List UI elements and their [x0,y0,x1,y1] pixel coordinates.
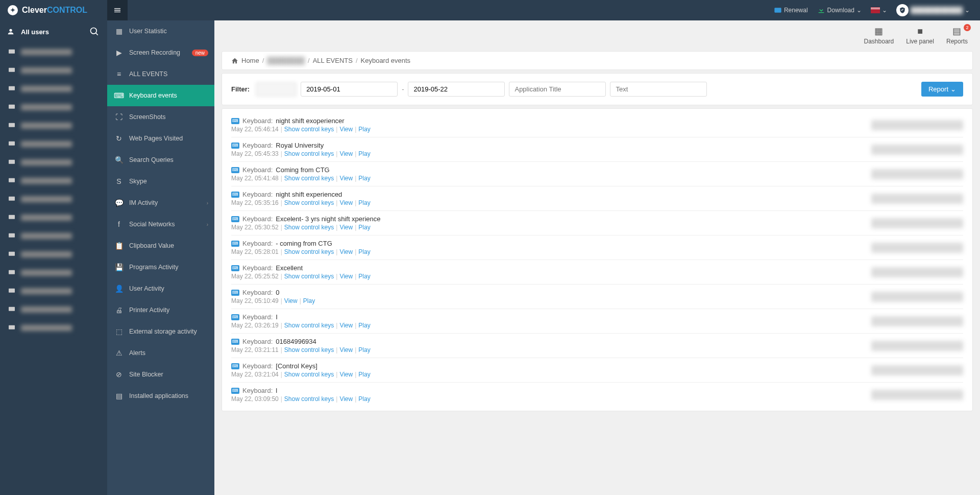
sidebar-user-item[interactable] [0,43,107,61]
keyboard-icon: ⌨ [231,314,239,320]
event-link-view[interactable]: View [339,175,353,182]
event-link-play[interactable]: Play [358,126,370,133]
sidebar-item-social-networks[interactable]: fSocial Networks› [107,214,214,235]
sidebar-item-programs-activity[interactable]: 💾Programs Activity [107,256,214,278]
event-link-view[interactable]: View [339,199,353,206]
sidebar-user-item[interactable] [0,245,107,264]
filter-user-select[interactable] [256,82,297,97]
event-link-play[interactable]: Play [358,273,370,280]
menu-toggle-button[interactable] [107,0,128,20]
event-link-view[interactable]: View [339,395,353,403]
event-link-play[interactable]: Play [358,371,370,378]
event-link-show-control-keys[interactable]: Show control keys [284,175,334,182]
dashboard-icon: ▦ [864,26,894,37]
sidebar-user-item[interactable] [0,319,107,337]
sidebar-user-item[interactable] [0,116,107,135]
sidebar-user-item[interactable] [0,282,107,300]
event-link-show-control-keys[interactable]: Show control keys [284,273,334,280]
breadcrumb-home[interactable]: Home [241,57,259,64]
event-link-show-control-keys[interactable]: Show control keys [284,224,334,231]
event-link-play[interactable]: Play [358,346,370,353]
sidebar-item-label: IM Activity [129,199,158,206]
download-dropdown[interactable]: Download ⌄ [817,6,862,14]
sidebar-item-installed-applications[interactable]: ▤Installed applications [107,385,214,407]
sidebar-user-item[interactable] [0,153,107,172]
brand-logo[interactable]: ✦ CleverCONTROL [0,5,107,15]
event-link-view[interactable]: View [339,346,353,353]
event-link-show-control-keys[interactable]: Show control keys [284,150,334,157]
event-link-play[interactable]: Play [358,199,370,206]
nav-dashboard[interactable]: ▦ Dashboard [864,26,894,45]
sidebar-item-user-activity[interactable]: 👤User Activity [107,278,214,299]
breadcrumb-all-events[interactable]: ALL EVENTS [313,57,353,64]
event-link-play[interactable]: Play [358,248,370,255]
keyboard-icon: ⌨ [231,216,239,222]
sidebar-item-alerts[interactable]: ⚠Alerts [107,342,214,364]
sidebar-item-clipboard-value[interactable]: 📋Clipboard Value [107,235,214,256]
event-link-view[interactable]: View [339,224,353,231]
event-link-show-control-keys[interactable]: Show control keys [284,346,334,353]
breadcrumb-hidden[interactable]: ████████ [267,57,305,64]
sidebar-item-keyboard-events[interactable]: ⌨Keyboard events [107,85,214,106]
event-link-show-control-keys[interactable]: Show control keys [284,371,334,378]
renewal-link[interactable]: Renewal [774,6,808,14]
sidebar-item-user-statistic[interactable]: ▦User Statistic [107,20,214,42]
search-icon[interactable] [89,27,100,37]
event-link-show-control-keys[interactable]: Show control keys [284,322,334,329]
sidebar-user-item[interactable] [0,80,107,98]
event-link-show-control-keys[interactable]: Show control keys [284,126,334,133]
event-type-label: Keyboard: [242,362,273,370]
chevron-right-icon: › [207,200,208,206]
language-dropdown[interactable]: ⌄ [871,7,887,14]
sidebar-user-item[interactable] [0,300,107,319]
filter-text[interactable] [610,82,707,97]
filter-date-to[interactable] [408,82,505,97]
event-link-play[interactable]: Play [358,175,370,182]
event-link-view[interactable]: View [339,248,353,255]
sidebar-item-screenshots[interactable]: ⛶ScreenShots [107,106,214,128]
event-link-play[interactable]: Play [358,224,370,231]
sidebar-item-search-queries[interactable]: 🔍Search Queries [107,149,214,171]
sidebar-user-item[interactable] [0,135,107,153]
sidebar-item-skype[interactable]: SSkype [107,171,214,192]
event-link-play[interactable]: Play [303,297,315,304]
event-timestamp: May 22, 05:25:52 [231,273,279,280]
sidebar-item-im-activity[interactable]: 💬IM Activity› [107,192,214,214]
event-row: ⌨Keyboard: ExcellentMay 22, 05:25:52 | S… [231,260,963,285]
event-link-play[interactable]: Play [358,322,370,329]
sidebar-item-external-storage-activity[interactable]: ⬚External storage activity [107,321,214,342]
download-icon [817,6,825,14]
event-link-view[interactable]: View [339,371,353,378]
sidebar-item-printer-activity[interactable]: 🖨Printer Activity [107,299,214,321]
nav-livepanel[interactable]: ■ Live panel [906,26,934,45]
sidebar-item-all-events[interactable]: ≡ALL EVENTS [107,63,214,85]
event-row: ⌨Keyboard: night shift exoperiencerMay 2… [231,113,963,137]
filter-date-from[interactable] [301,82,398,97]
event-link-show-control-keys[interactable]: Show control keys [284,248,334,255]
event-link-view[interactable]: View [339,322,353,329]
sidebar-user-item[interactable] [0,172,107,190]
sidebar-item-screen-recording[interactable]: ▶Screen Recordingnew [107,42,214,63]
sidebar-user-item[interactable] [0,190,107,208]
event-link-play[interactable]: Play [358,150,370,157]
sidebar-user-item[interactable] [0,227,107,245]
sidebar-user-item[interactable] [0,264,107,282]
event-link-show-control-keys[interactable]: Show control keys [284,199,334,206]
sidebar-item-web-pages-visited[interactable]: ↻Web Pages Visited [107,128,214,149]
event-row: ⌨Keyboard: 01684996934May 22, 03:21:11 |… [231,334,963,358]
filter-app-title[interactable] [509,82,606,97]
report-button[interactable]: Report ⌄ [921,82,963,97]
user-menu[interactable]: ████████████ ⌄ [896,4,970,16]
event-link-show-control-keys[interactable]: Show control keys [284,395,334,403]
event-link-view[interactable]: View [339,126,353,133]
sidebar-user-item[interactable] [0,208,107,227]
monitor-icon [8,214,16,222]
sidebar-item-site-blocker[interactable]: ⊘Site Blocker [107,364,214,385]
event-link-view[interactable]: View [339,150,353,157]
sidebar-user-item[interactable] [0,61,107,80]
nav-reports[interactable]: ▤ Reports 2 [946,26,968,45]
event-link-play[interactable]: Play [358,395,370,403]
sidebar-user-item[interactable] [0,98,107,116]
event-link-view[interactable]: View [339,273,353,280]
event-link-view[interactable]: View [284,297,298,304]
